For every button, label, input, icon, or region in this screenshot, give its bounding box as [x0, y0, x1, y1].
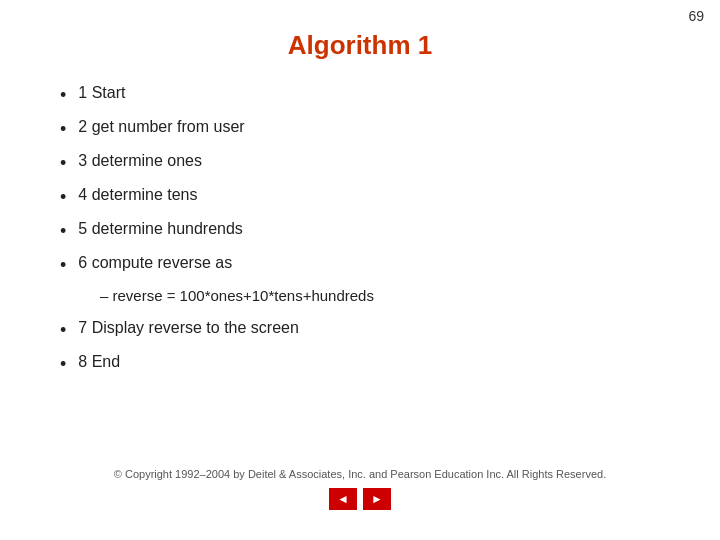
prev-button[interactable]: ◄: [329, 488, 357, 510]
list-item: • 4 determine tens: [60, 183, 660, 211]
list-item-5-text: 5 determine hundrends: [78, 217, 243, 241]
bullet-3: •: [60, 150, 66, 177]
list-item: • 3 determine ones: [60, 149, 660, 177]
list-item: • 5 determine hundrends: [60, 217, 660, 245]
list-item-3-text: 3 determine ones: [78, 149, 202, 173]
prev-arrow-icon: ◄: [337, 492, 349, 506]
nav-buttons: ◄ ►: [329, 488, 391, 510]
list-item: • 2 get number from user: [60, 115, 660, 143]
list-item-8-text: 8 End: [78, 350, 120, 374]
list-item-6-text: 6 compute reverse as: [78, 251, 232, 275]
bullet-6: •: [60, 252, 66, 279]
list-item-7-text: 7 Display reverse to the screen: [78, 316, 299, 340]
list-item: • 7 Display reverse to the screen: [60, 316, 660, 344]
list-item: • 6 compute reverse as: [60, 251, 660, 279]
next-button[interactable]: ►: [363, 488, 391, 510]
bullet-7: •: [60, 317, 66, 344]
sub-item: – reverse = 100*ones+10*tens+hundreds: [100, 287, 660, 304]
slide-container: Algorithm 1 • 1 Start • 2 get number fro…: [0, 0, 720, 540]
bullet-5: •: [60, 218, 66, 245]
slide-title: Algorithm 1: [60, 30, 660, 61]
copyright-text: © Copyright 1992–2004 by Deitel & Associ…: [114, 468, 606, 480]
list-item-2-text: 2 get number from user: [78, 115, 244, 139]
list-item-4-text: 4 determine tens: [78, 183, 197, 207]
main-list-2: • 7 Display reverse to the screen • 8 En…: [60, 316, 660, 384]
bullet-4: •: [60, 184, 66, 211]
footer: © Copyright 1992–2004 by Deitel & Associ…: [0, 468, 720, 510]
next-arrow-icon: ►: [371, 492, 383, 506]
list-item: • 8 End: [60, 350, 660, 378]
list-item-1-text: 1 Start: [78, 81, 125, 105]
list-item: • 1 Start: [60, 81, 660, 109]
bullet-2: •: [60, 116, 66, 143]
main-list: • 1 Start • 2 get number from user • 3 d…: [60, 81, 660, 285]
bullet-1: •: [60, 82, 66, 109]
bullet-8: •: [60, 351, 66, 378]
page-number: 69: [688, 8, 704, 24]
